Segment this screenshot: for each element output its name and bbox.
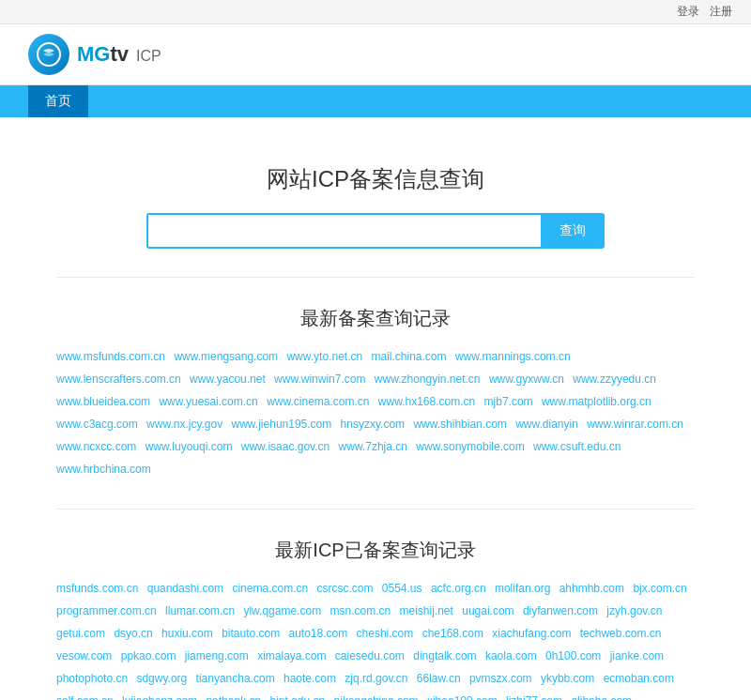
logo-area: MG tv ICP	[28, 34, 161, 75]
icp-record-link[interactable]: cheshi.com	[357, 627, 414, 640]
record-link[interactable]: www.winwin7.com	[274, 373, 365, 386]
record-link[interactable]: www.msfunds.com.cn	[56, 350, 165, 363]
icp-record-link[interactable]: 66law.cn	[417, 672, 461, 685]
icp-record-link[interactable]: msfunds.com.cn	[56, 582, 138, 595]
record-link[interactable]: www.mannings.com.cn	[455, 350, 571, 363]
record-link[interactable]: www.yto.net.cn	[286, 350, 362, 363]
record-link[interactable]: www.lenscrafters.com.cn	[56, 373, 181, 386]
record-link[interactable]: www.dianyin	[515, 418, 578, 431]
record-link[interactable]: www.cinema.com.cn	[267, 395, 369, 408]
icp-record-link[interactable]: acfc.org.cn	[431, 582, 486, 595]
record-link[interactable]: www.hx168.com.cn	[378, 395, 475, 408]
latest-icp-links: msfunds.com.cn quandashi.com cinema.com.…	[56, 577, 695, 700]
icp-record-link[interactable]: techweb.com.cn	[580, 627, 662, 640]
record-link[interactable]: www.isaac.gov.cn	[241, 440, 330, 453]
icp-record-link[interactable]: jzyh.gov.cn	[606, 604, 662, 617]
icp-record-link[interactable]: cinema.com.cn	[232, 582, 308, 595]
register-link[interactable]: 注册	[710, 5, 732, 18]
record-link[interactable]: www.nx.jcy.gov	[146, 418, 222, 431]
record-link[interactable]: mail.china.com	[372, 350, 447, 363]
icp-record-link[interactable]: ykybb.com	[541, 672, 594, 685]
icp-record-link[interactable]: meishij.net	[400, 604, 453, 617]
icp-record-link[interactable]: llumar.com.cn	[165, 604, 235, 617]
icp-record-link[interactable]: pvmszx.com	[469, 672, 532, 685]
record-link[interactable]: www.gyxww.cn	[489, 373, 564, 386]
icp-record-link[interactable]: netbank.cn	[206, 694, 261, 700]
icp-record-link[interactable]: che168.com	[422, 627, 483, 640]
nav: 首页	[0, 85, 751, 117]
record-link[interactable]: www.sonymobile.com	[416, 440, 524, 453]
icp-record-link[interactable]: self.com.cn	[56, 694, 114, 700]
icp-record-link[interactable]: dingtalk.com	[413, 649, 476, 662]
icp-record-link[interactable]: lujiaobenz.com	[122, 694, 197, 700]
search-input[interactable]	[146, 213, 541, 249]
icp-record-link[interactable]: bipt.edu.cn	[269, 694, 325, 700]
icp-record-link[interactable]: kaola.com	[485, 649, 537, 662]
icp-record-link[interactable]: sdgwy.org	[136, 672, 187, 685]
record-link[interactable]: www.csuft.edu.cn	[533, 440, 621, 453]
logo-icp-label: ICP	[136, 48, 161, 65]
record-link[interactable]: www.blueidea.com	[56, 395, 150, 408]
icp-record-link[interactable]: haote.com	[284, 672, 336, 685]
nav-item-home[interactable]: 首页	[28, 85, 88, 117]
record-link[interactable]: www.luyouqi.com	[146, 440, 233, 453]
record-link[interactable]: www.zhongyin.net.cn	[375, 373, 481, 386]
icp-record-link[interactable]: caiesedu.com	[335, 649, 405, 662]
icp-record-link[interactable]: nikengchina.com	[334, 694, 419, 700]
icp-record-link[interactable]: msn.com.cn	[330, 604, 391, 617]
icp-record-link[interactable]: xibao100.com	[427, 694, 498, 700]
record-link[interactable]: www.7zhja.cn	[339, 440, 407, 453]
record-link[interactable]: www.c3acg.com	[56, 418, 138, 431]
icp-record-link[interactable]: quandashi.com	[147, 582, 223, 595]
record-link[interactable]: www.mengsang.com	[174, 350, 278, 363]
main-content: 网站ICP备案信息查询 查询 最新备案查询记录 www.msfunds.com.…	[0, 117, 751, 700]
search-button[interactable]: 查询	[541, 213, 605, 249]
record-link[interactable]: www.yuesai.com.cn	[159, 395, 257, 408]
record-link[interactable]: www.shihbian.com	[413, 418, 506, 431]
record-link[interactable]: www.winrar.com.cn	[587, 418, 683, 431]
login-link[interactable]: 登录	[677, 5, 699, 18]
icp-record-link[interactable]: tianyancha.com	[196, 672, 275, 685]
icp-record-link[interactable]: jianke.com	[610, 649, 664, 662]
icp-record-link[interactable]: jiameng.com	[185, 649, 249, 662]
icp-record-link[interactable]: auto18.com	[289, 627, 348, 640]
record-link[interactable]: hnsyzxy.com	[341, 418, 405, 431]
icp-record-link[interactable]: uugai.com	[462, 604, 513, 617]
icp-record-link[interactable]: programmer.com.cn	[56, 604, 157, 617]
search-box: 查询	[56, 213, 695, 249]
header: MG tv ICP	[0, 24, 751, 85]
record-link[interactable]: www.jiehun195.com	[232, 418, 332, 431]
divider-1	[56, 277, 695, 278]
divider-2	[56, 509, 695, 510]
record-link[interactable]: www.hrbchina.com	[56, 463, 151, 476]
icp-record-link[interactable]: molifan.org	[495, 582, 550, 595]
logo-text-group: MG tv ICP	[77, 42, 161, 67]
icp-record-link[interactable]: bitauto.com	[222, 627, 280, 640]
icp-record-link[interactable]: ppkao.com	[121, 649, 176, 662]
icp-record-link[interactable]: zjq.rd.gov.cn	[345, 672, 407, 685]
record-link[interactable]: www.matplotlib.org.cn	[542, 395, 651, 408]
icp-record-link[interactable]: ximalaya.com	[257, 649, 326, 662]
icp-record-link[interactable]: lizhi77.com	[506, 694, 562, 700]
record-link[interactable]: www.yacou.net	[190, 373, 266, 386]
record-link[interactable]: www.ncxcc.com	[56, 440, 136, 453]
icp-record-link[interactable]: huxiu.com	[161, 627, 213, 640]
icp-record-link[interactable]: dsyo.cn	[114, 627, 152, 640]
icp-record-link[interactable]: alibaba.com	[571, 694, 632, 700]
logo-tv: tv	[110, 42, 129, 67]
record-link[interactable]: www.zzyyedu.cn	[573, 373, 656, 386]
icp-record-link[interactable]: getui.com	[56, 627, 105, 640]
icp-record-link[interactable]: ahhmhb.com	[559, 582, 624, 595]
icp-record-link[interactable]: 0554.us	[382, 582, 422, 595]
icp-record-link[interactable]: xiachufang.com	[492, 627, 571, 640]
icp-record-link[interactable]: ylw.qgame.com	[243, 604, 321, 617]
icp-record-link[interactable]: vesow.com	[56, 649, 112, 662]
icp-record-link[interactable]: ecmoban.com	[604, 672, 674, 685]
icp-record-link[interactable]: csrcsc.com	[317, 582, 374, 595]
record-link[interactable]: mjb7.com	[484, 395, 533, 408]
icp-record-link[interactable]: diyfanwen.com	[523, 604, 598, 617]
icp-record-link[interactable]: bjx.com.cn	[633, 582, 686, 595]
icp-record-link[interactable]: 0h100.com	[545, 649, 601, 662]
nav-link-home[interactable]: 首页	[28, 85, 88, 117]
icp-record-link[interactable]: photophoto.cn	[56, 672, 128, 685]
